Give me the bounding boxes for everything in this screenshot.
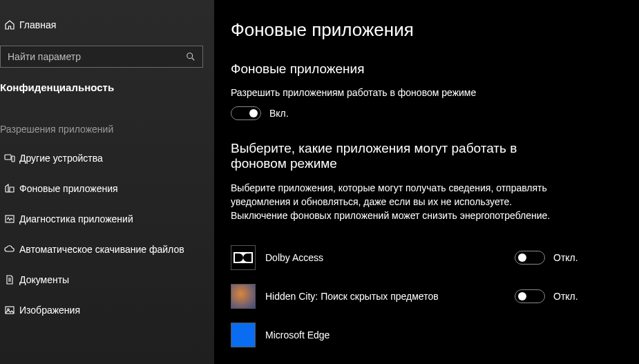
- sidebar-item-label: Документы: [19, 274, 69, 285]
- svg-rect-2: [12, 156, 15, 162]
- sidebar-item-home[interactable]: Главная: [0, 14, 214, 36]
- main-content: Фоновые приложения Фоновые приложения Ра…: [214, 0, 639, 364]
- app-toggle-hidden-city[interactable]: [515, 289, 545, 303]
- search-input-container[interactable]: [0, 46, 203, 68]
- images-icon: [0, 305, 19, 316]
- app-icon-hidden-city: [231, 284, 256, 309]
- app-row-dolby: Dolby Access Откл.: [231, 238, 611, 277]
- app-name: Dolby Access: [265, 252, 515, 263]
- allow-description: Разрешить приложениям работать в фоновом…: [231, 86, 611, 99]
- svg-rect-4: [6, 307, 14, 314]
- sidebar-item-label: Диагностика приложений: [19, 213, 133, 224]
- section-description: Выберите приложения, которые могут получ…: [231, 181, 562, 223]
- app-toggle-label: Откл.: [553, 252, 578, 263]
- search-input[interactable]: [8, 51, 186, 62]
- page-title: Фоновые приложения: [231, 19, 611, 41]
- app-icon-dolby: [231, 245, 256, 270]
- sidebar-item-documents[interactable]: Документы: [0, 265, 214, 295]
- svg-point-0: [187, 53, 193, 59]
- category-label: Конфиденциальность: [0, 77, 214, 110]
- sidebar-item-label: Изображения: [19, 305, 80, 316]
- background-apps-icon: [0, 183, 19, 194]
- sidebar-item-diagnostics[interactable]: Диагностика приложений: [0, 204, 214, 234]
- app-row-edge: Microsoft Edge: [231, 316, 611, 354]
- svg-rect-3: [6, 215, 14, 222]
- app-name: Microsoft Edge: [265, 329, 515, 341]
- app-name: Hidden City: Поиск скрытых предметов: [265, 291, 515, 302]
- sidebar-item-other-devices[interactable]: Другие устройства: [0, 143, 214, 173]
- home-icon: [0, 19, 19, 30]
- home-label: Главная: [19, 19, 56, 30]
- app-icon-edge: [231, 323, 256, 347]
- devices-icon: [0, 153, 19, 164]
- cloud-download-icon: [0, 244, 19, 255]
- app-toggle-dolby[interactable]: [515, 251, 545, 265]
- documents-icon: [0, 274, 19, 285]
- sidebar-item-label: Другие устройства: [19, 153, 103, 164]
- search-icon: [186, 52, 195, 61]
- master-toggle[interactable]: [231, 106, 261, 120]
- master-toggle-label: Вкл.: [269, 108, 289, 119]
- sidebar: Главная Конфиденциальность Разрешения пр…: [0, 0, 214, 364]
- section-title-2: Выберите, какие приложения могут работат…: [231, 141, 562, 171]
- sidebar-item-images[interactable]: Изображения: [0, 295, 214, 325]
- sidebar-item-label: Автоматическое скачивание файлов: [19, 244, 184, 255]
- section-header: Разрешения приложений: [0, 110, 214, 143]
- sidebar-item-label: Фоновые приложения: [19, 183, 118, 194]
- app-toggle-label: Откл.: [553, 291, 578, 302]
- app-row-hidden-city: Hidden City: Поиск скрытых предметов Отк…: [231, 277, 611, 316]
- sidebar-item-background-apps[interactable]: Фоновые приложения: [0, 173, 214, 204]
- diagnostics-icon: [0, 213, 19, 224]
- section-title-1: Фоновые приложения: [231, 61, 611, 77]
- svg-rect-1: [5, 155, 11, 160]
- sidebar-item-auto-download[interactable]: Автоматическое скачивание файлов: [0, 234, 214, 265]
